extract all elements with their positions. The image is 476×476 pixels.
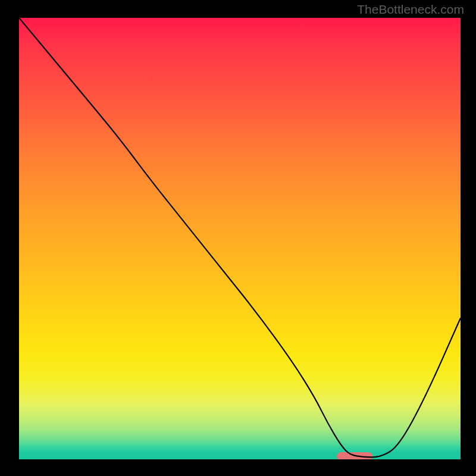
watermark-text: TheBottleneck.com (357, 2, 464, 17)
chart-plot-area (19, 18, 461, 459)
chart-line (19, 18, 461, 459)
